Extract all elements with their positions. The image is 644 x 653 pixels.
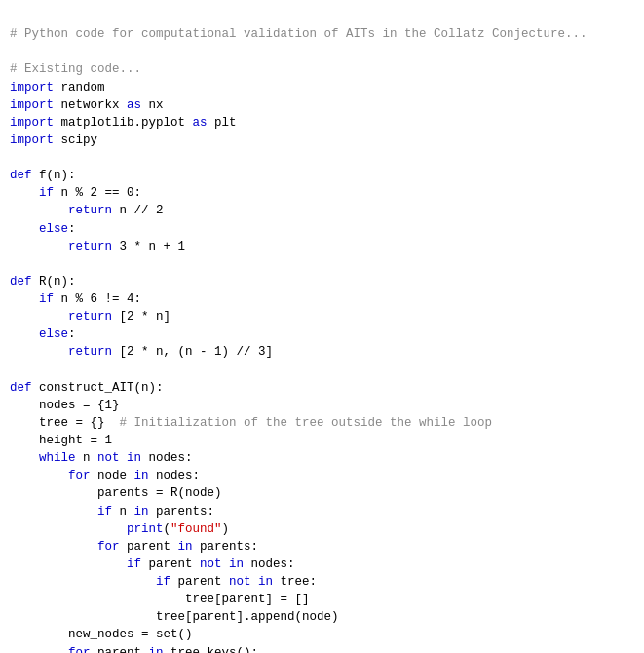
code-line: print("found") (10, 520, 634, 538)
code-line: def f(n): (10, 167, 634, 184)
code-line: def construct_AIT(n): (10, 379, 634, 397)
code-editor: # Python code for computational validati… (0, 0, 644, 653)
code-line: new_nodes = set() (10, 626, 634, 643)
code-line: while n not in nodes: (10, 449, 634, 467)
code-line: for parent in tree.keys(): (10, 644, 634, 654)
code-line: return [2 * n] (10, 308, 634, 326)
code-line: else: (10, 220, 634, 238)
code-line (10, 43, 634, 60)
code-line: return n // 2 (10, 202, 634, 219)
code-line: tree[parent] = [] (10, 591, 634, 608)
code-line: # Existing code... (10, 60, 634, 78)
code-line: tree[parent].append(node) (10, 608, 634, 626)
code-line: if n % 2 == 0: (10, 184, 634, 202)
code-line (10, 255, 634, 273)
code-line: def R(n): (10, 273, 634, 290)
code-line: if n % 6 != 4: (10, 290, 634, 308)
code-line: for parent in parents: (10, 538, 634, 556)
code-line: tree = {} # Initialization of the tree o… (10, 414, 634, 432)
code-line: else: (10, 326, 634, 343)
code-line: height = 1 (10, 432, 634, 449)
code-line: # Python code for computational validati… (10, 25, 634, 43)
code-line: import matplotlib.pyplot as plt (10, 114, 634, 132)
code-line: parents = R(node) (10, 484, 634, 502)
code-line (10, 149, 634, 167)
code-line: import networkx as nx (10, 96, 634, 114)
code-line: return 3 * n + 1 (10, 238, 634, 255)
code-line: if parent not in tree: (10, 573, 634, 591)
code-line: import scipy (10, 132, 634, 149)
code-line: if parent not in nodes: (10, 556, 634, 573)
code-line: nodes = {1} (10, 397, 634, 414)
code-line: for node in nodes: (10, 467, 634, 484)
code-line (10, 362, 634, 379)
code-line: import random (10, 79, 634, 96)
code-line: return [2 * n, (n - 1) // 3] (10, 343, 634, 361)
code-line: if n in parents: (10, 503, 634, 520)
